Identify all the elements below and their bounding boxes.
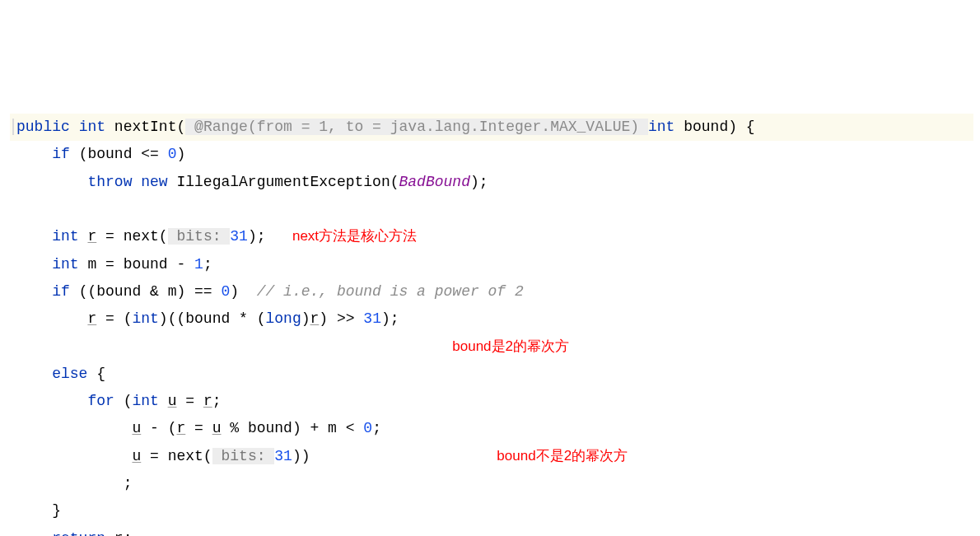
sp	[105, 530, 114, 536]
rest2: )((bound * (	[159, 310, 266, 327]
eq: =	[185, 420, 212, 436]
lparen: (	[176, 119, 185, 135]
var-u2: u	[212, 420, 222, 436]
rparen-semi: );	[470, 174, 488, 190]
literal-zero: 0	[363, 420, 372, 436]
var-u: u	[132, 420, 141, 436]
keyword-if: if	[52, 146, 70, 162]
type-int: int	[52, 256, 78, 273]
var-r2: r	[310, 310, 320, 327]
literal-zero: 0	[168, 146, 177, 162]
annotation-note-next: next方法是核心方法	[292, 228, 417, 244]
var-r: r	[87, 310, 96, 327]
rest4: ) >>	[319, 310, 363, 327]
open-brace: {	[737, 119, 755, 135]
brace: {	[87, 366, 105, 382]
var-r: r	[203, 393, 212, 409]
cond-text: (bound <=	[70, 146, 168, 162]
exception-class: IllegalArgumentException	[176, 174, 390, 190]
keyword-new: new	[132, 174, 176, 190]
semi: ;	[212, 393, 222, 409]
semi-only: ;	[124, 475, 133, 492]
literal-31: 31	[230, 228, 248, 245]
type-int: int	[52, 228, 78, 245]
var-r: r	[176, 420, 185, 436]
var-r: r	[87, 228, 96, 245]
close: );	[248, 228, 266, 245]
param-hint-bits: bits:	[212, 448, 275, 464]
rest2: % bound) + m <	[222, 420, 364, 436]
keyword-return: return	[52, 530, 105, 536]
lparen: (	[390, 174, 399, 190]
cond: ((bound & m) ==	[70, 283, 222, 300]
method-signature-line: public int nextInt( @Range(from = 1, to …	[10, 114, 973, 141]
rest3: )	[301, 310, 310, 327]
cast-int: int	[132, 310, 158, 327]
annotation-note-pow2: bound是2的幂次方	[452, 338, 569, 354]
literal-31: 31	[274, 448, 292, 464]
var-u: u	[132, 448, 141, 464]
close: ))	[292, 448, 310, 464]
keyword-public: public	[16, 119, 70, 135]
close: );	[381, 310, 399, 327]
type-int: int	[132, 393, 158, 409]
rest: m = bound -	[79, 256, 194, 273]
method-name: nextInt	[114, 119, 177, 135]
range-annotation: @Range(from = 1, to = java.lang.Integer.…	[185, 119, 648, 135]
field-badbound: BadBound	[399, 174, 470, 190]
literal-zero: 0	[221, 283, 230, 300]
keyword-int: int	[79, 119, 105, 135]
rest1: = (	[96, 310, 132, 327]
literal-1: 1	[194, 256, 203, 273]
semi: ;	[124, 530, 133, 536]
rest1: - (	[141, 420, 176, 436]
sp	[159, 393, 168, 409]
param-hint-bits: bits:	[168, 228, 231, 245]
param-name: bound	[674, 119, 728, 135]
cast-long: long	[265, 310, 301, 327]
semi: ;	[372, 420, 381, 436]
keyword-throw: throw	[87, 174, 132, 190]
rparen: )	[728, 119, 737, 135]
eq: = next(	[141, 448, 212, 464]
annotation-note-not-pow2: bound不是2的幂次方	[497, 448, 628, 464]
eq: =	[176, 393, 203, 409]
close-paren: )	[176, 146, 185, 162]
close: )	[230, 283, 256, 300]
lparen: (	[114, 393, 133, 409]
close-brace: }	[52, 502, 61, 519]
semi: ;	[203, 256, 212, 273]
eq-next: = next(	[96, 228, 167, 245]
keyword-if: if	[52, 283, 70, 300]
code-block: public int nextInt( @Range(from = 1, to …	[16, 114, 980, 536]
keyword-else: else	[52, 366, 87, 382]
keyword-for: for	[87, 393, 114, 409]
literal-31: 31	[363, 310, 381, 327]
var-r: r	[114, 530, 124, 536]
param-type: int	[648, 119, 674, 135]
comment-power-of-2: // i.e., bound is a power of 2	[257, 283, 524, 300]
var-u: u	[168, 393, 177, 409]
